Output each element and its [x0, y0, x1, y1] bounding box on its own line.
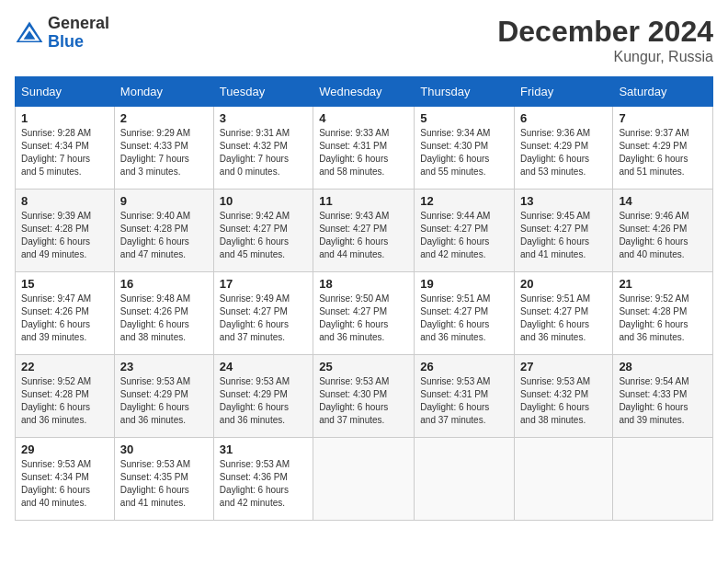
location-title: Kungur, Russia	[497, 49, 713, 65]
logo-text: General Blue	[48, 15, 109, 52]
day-number: 13	[520, 194, 607, 208]
day-info: Sunrise: 9:40 AMSunset: 4:28 PMDaylight:…	[120, 211, 190, 259]
week-row-3: 15Sunrise: 9:47 AMSunset: 4:26 PMDayligh…	[16, 272, 713, 355]
day-info: Sunrise: 9:46 AMSunset: 4:26 PMDaylight:…	[619, 211, 688, 259]
day-info: Sunrise: 9:53 AMSunset: 4:34 PMDaylight:…	[21, 459, 91, 508]
day-number: 1	[21, 111, 108, 125]
day-cell: 4Sunrise: 9:33 AMSunset: 4:31 PMDaylight…	[313, 107, 415, 190]
day-cell	[415, 438, 515, 521]
day-number: 29	[21, 442, 108, 456]
day-cell: 6Sunrise: 9:36 AMSunset: 4:29 PMDaylight…	[515, 107, 613, 190]
day-number: 8	[21, 194, 108, 208]
logo-general: General	[48, 15, 109, 33]
day-number: 4	[319, 111, 408, 125]
week-row-2: 8Sunrise: 9:39 AMSunset: 4:28 PMDaylight…	[16, 190, 713, 272]
title-area: December 2024 Kungur, Russia	[497, 15, 713, 65]
day-number: 9	[120, 194, 208, 208]
day-cell: 30Sunrise: 9:53 AMSunset: 4:35 PMDayligh…	[114, 438, 213, 521]
day-info: Sunrise: 9:42 AMSunset: 4:27 PMDaylight:…	[220, 211, 290, 259]
header-monday: Monday	[114, 77, 213, 107]
day-cell: 24Sunrise: 9:53 AMSunset: 4:29 PMDayligh…	[213, 355, 313, 438]
day-number: 23	[120, 360, 208, 373]
day-cell: 1Sunrise: 9:28 AMSunset: 4:34 PMDaylight…	[16, 107, 115, 190]
day-info: Sunrise: 9:51 AMSunset: 4:27 PMDaylight:…	[520, 293, 590, 342]
week-row-5: 29Sunrise: 9:53 AMSunset: 4:34 PMDayligh…	[16, 438, 713, 521]
day-cell: 8Sunrise: 9:39 AMSunset: 4:28 PMDaylight…	[16, 190, 115, 272]
day-cell: 9Sunrise: 9:40 AMSunset: 4:28 PMDaylight…	[114, 190, 213, 272]
day-number: 7	[619, 111, 707, 125]
day-cell: 23Sunrise: 9:53 AMSunset: 4:29 PMDayligh…	[114, 355, 213, 438]
day-info: Sunrise: 9:29 AMSunset: 4:33 PMDaylight:…	[120, 128, 190, 177]
day-cell: 3Sunrise: 9:31 AMSunset: 4:32 PMDaylight…	[213, 107, 313, 190]
day-info: Sunrise: 9:53 AMSunset: 4:32 PMDaylight:…	[520, 376, 590, 425]
day-cell: 26Sunrise: 9:53 AMSunset: 4:31 PMDayligh…	[415, 355, 515, 438]
day-cell: 19Sunrise: 9:51 AMSunset: 4:27 PMDayligh…	[415, 272, 515, 355]
day-cell: 5Sunrise: 9:34 AMSunset: 4:30 PMDaylight…	[415, 107, 515, 190]
day-number: 17	[220, 277, 307, 291]
day-info: Sunrise: 9:31 AMSunset: 4:32 PMDaylight:…	[220, 128, 290, 177]
day-number: 20	[520, 277, 607, 291]
logo-icon	[15, 20, 44, 46]
day-info: Sunrise: 9:47 AMSunset: 4:26 PMDaylight:…	[21, 293, 91, 342]
header-wednesday: Wednesday	[313, 77, 415, 107]
header-tuesday: Tuesday	[213, 77, 313, 107]
day-info: Sunrise: 9:48 AMSunset: 4:26 PMDaylight:…	[120, 293, 190, 342]
day-number: 18	[319, 277, 408, 291]
week-row-4: 22Sunrise: 9:52 AMSunset: 4:28 PMDayligh…	[16, 355, 713, 438]
day-cell: 12Sunrise: 9:44 AMSunset: 4:27 PMDayligh…	[415, 190, 515, 272]
day-number: 2	[120, 111, 208, 125]
day-cell: 29Sunrise: 9:53 AMSunset: 4:34 PMDayligh…	[16, 438, 115, 521]
day-cell: 22Sunrise: 9:52 AMSunset: 4:28 PMDayligh…	[16, 355, 115, 438]
day-cell: 14Sunrise: 9:46 AMSunset: 4:26 PMDayligh…	[613, 190, 713, 272]
day-info: Sunrise: 9:34 AMSunset: 4:30 PMDaylight:…	[420, 128, 490, 177]
day-number: 21	[619, 277, 707, 291]
day-info: Sunrise: 9:53 AMSunset: 4:35 PMDaylight:…	[120, 459, 190, 508]
day-number: 26	[420, 360, 508, 373]
day-cell: 15Sunrise: 9:47 AMSunset: 4:26 PMDayligh…	[16, 272, 115, 355]
day-number: 22	[21, 360, 108, 373]
day-cell: 17Sunrise: 9:49 AMSunset: 4:27 PMDayligh…	[213, 272, 313, 355]
header-thursday: Thursday	[415, 77, 515, 107]
day-number: 3	[220, 111, 307, 125]
day-cell	[613, 438, 713, 521]
day-info: Sunrise: 9:37 AMSunset: 4:29 PMDaylight:…	[619, 128, 688, 177]
logo-blue: Blue	[48, 33, 109, 52]
day-info: Sunrise: 9:54 AMSunset: 4:33 PMDaylight:…	[619, 376, 688, 425]
day-cell: 25Sunrise: 9:53 AMSunset: 4:30 PMDayligh…	[313, 355, 415, 438]
day-info: Sunrise: 9:33 AMSunset: 4:31 PMDaylight:…	[319, 128, 389, 177]
day-number: 19	[420, 277, 508, 291]
day-cell: 27Sunrise: 9:53 AMSunset: 4:32 PMDayligh…	[515, 355, 613, 438]
page-header: General Blue December 2024 Kungur, Russi…	[15, 15, 713, 65]
day-number: 5	[420, 111, 508, 125]
day-info: Sunrise: 9:52 AMSunset: 4:28 PMDaylight:…	[619, 293, 688, 342]
day-cell: 28Sunrise: 9:54 AMSunset: 4:33 PMDayligh…	[613, 355, 713, 438]
day-number: 27	[520, 360, 607, 373]
day-info: Sunrise: 9:53 AMSunset: 4:30 PMDaylight:…	[319, 376, 389, 425]
day-info: Sunrise: 9:51 AMSunset: 4:27 PMDaylight:…	[420, 293, 490, 342]
day-number: 31	[220, 442, 307, 456]
day-cell	[515, 438, 613, 521]
day-info: Sunrise: 9:39 AMSunset: 4:28 PMDaylight:…	[21, 211, 91, 259]
day-info: Sunrise: 9:52 AMSunset: 4:28 PMDaylight:…	[21, 376, 91, 425]
header-sunday: Sunday	[16, 77, 115, 107]
day-number: 11	[319, 194, 408, 208]
day-cell	[313, 438, 415, 521]
day-number: 15	[21, 277, 108, 291]
header-friday: Friday	[515, 77, 613, 107]
day-number: 14	[619, 194, 707, 208]
day-cell: 16Sunrise: 9:48 AMSunset: 4:26 PMDayligh…	[114, 272, 213, 355]
day-cell: 31Sunrise: 9:53 AMSunset: 4:36 PMDayligh…	[213, 438, 313, 521]
day-number: 16	[120, 277, 208, 291]
month-title: December 2024	[497, 15, 713, 49]
day-info: Sunrise: 9:36 AMSunset: 4:29 PMDaylight:…	[520, 128, 590, 177]
header-saturday: Saturday	[613, 77, 713, 107]
day-cell: 20Sunrise: 9:51 AMSunset: 4:27 PMDayligh…	[515, 272, 613, 355]
day-info: Sunrise: 9:45 AMSunset: 4:27 PMDaylight:…	[520, 211, 590, 259]
day-cell: 2Sunrise: 9:29 AMSunset: 4:33 PMDaylight…	[114, 107, 213, 190]
day-number: 12	[420, 194, 508, 208]
day-info: Sunrise: 9:53 AMSunset: 4:29 PMDaylight:…	[220, 376, 290, 425]
day-number: 28	[619, 360, 707, 373]
day-cell: 11Sunrise: 9:43 AMSunset: 4:27 PMDayligh…	[313, 190, 415, 272]
day-info: Sunrise: 9:50 AMSunset: 4:27 PMDaylight:…	[319, 293, 389, 342]
day-info: Sunrise: 9:44 AMSunset: 4:27 PMDaylight:…	[420, 211, 490, 259]
